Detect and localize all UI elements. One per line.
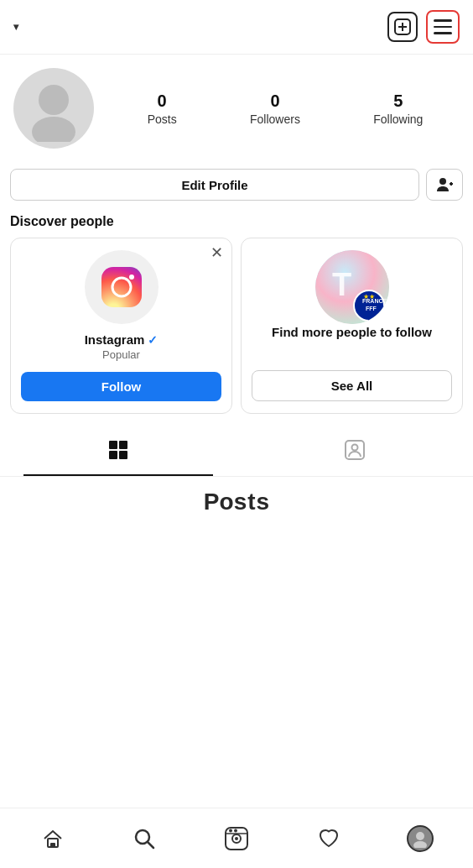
nav-profile-avatar (407, 825, 434, 852)
svg-rect-8 (101, 267, 142, 307)
add-post-button[interactable] (387, 12, 418, 42)
add-person-icon (435, 175, 454, 194)
add-icon (394, 18, 411, 35)
svg-point-34 (413, 841, 427, 848)
collage-background: T FRANCE FFF ★★ (315, 250, 389, 324)
discover-cards: ✕ (10, 238, 463, 414)
following-label: Following (373, 112, 423, 126)
svg-point-22 (352, 445, 358, 451)
instagram-card-name: Instagram ✓ (85, 332, 159, 347)
instagram-card-subtitle: Popular (102, 348, 140, 361)
followers-count: 0 (270, 92, 279, 111)
nav-home[interactable] (32, 818, 74, 860)
stat-followers[interactable]: 0 Followers (250, 92, 300, 126)
discover-card-instagram: ✕ (10, 238, 232, 414)
svg-point-3 (39, 85, 69, 115)
avatar[interactable] (13, 68, 94, 149)
tab-tagged[interactable] (236, 429, 473, 476)
actions-row: Edit Profile (10, 169, 463, 201)
bottom-nav (0, 808, 473, 868)
tab-grid[interactable] (0, 429, 236, 476)
stats-container: 0 Posts 0 Followers 5 Following (111, 92, 460, 126)
tagged-svg-icon (344, 439, 366, 461)
instagram-logo-icon (98, 264, 145, 311)
svg-point-4 (32, 117, 75, 142)
discover-section: Discover people ✕ (0, 207, 473, 414)
discover-card-find-more: T FRANCE FFF ★★ Find more people to foll… (241, 238, 463, 414)
svg-point-33 (416, 832, 424, 840)
profile-section: 0 Posts 0 Followers 5 Following (0, 55, 473, 155)
svg-rect-20 (119, 451, 127, 459)
close-instagram-card-button[interactable]: ✕ (211, 245, 223, 260)
svg-text:★★: ★★ (363, 293, 375, 301)
posts-label: Posts (148, 112, 177, 126)
posts-count: 0 (158, 92, 167, 111)
tagged-icon (344, 439, 366, 466)
svg-rect-17 (109, 441, 117, 449)
svg-point-31 (229, 829, 232, 832)
stat-following[interactable]: 5 Following (373, 92, 423, 126)
nav-profile[interactable] (399, 818, 441, 860)
home-icon (41, 827, 65, 850)
header-left: ▾ (13, 21, 18, 33)
svg-line-26 (148, 842, 153, 848)
partial-section-label: Posts (0, 477, 473, 519)
collage-content: T FRANCE FFF ★★ (315, 250, 389, 324)
svg-rect-19 (109, 451, 117, 459)
svg-text:FFF: FFF (366, 306, 377, 311)
chevron-down-icon: ▾ (13, 21, 18, 33)
edit-profile-button[interactable]: Edit Profile (10, 169, 419, 201)
discover-title: Discover people (10, 214, 463, 229)
find-more-collage: T FRANCE FFF ★★ (315, 250, 389, 324)
username-area[interactable]: ▾ (13, 21, 18, 33)
grid-svg-icon (107, 439, 129, 461)
find-more-text: Find more people to follow (272, 324, 432, 341)
svg-point-32 (234, 829, 237, 832)
see-all-button[interactable]: See All (252, 370, 452, 401)
follow-instagram-button[interactable]: Follow (21, 372, 221, 401)
svg-point-5 (439, 178, 446, 185)
svg-rect-18 (119, 441, 127, 449)
nav-avatar-icon (411, 829, 429, 848)
header: ▾ (0, 0, 473, 55)
bottom-spacer (0, 519, 473, 586)
nav-reels[interactable] (216, 818, 257, 860)
avatar-icon (20, 75, 87, 142)
heart-icon (317, 827, 340, 850)
instagram-logo-circle (85, 250, 159, 324)
stat-posts[interactable]: 0 Posts (148, 92, 177, 126)
tabs-row (0, 429, 473, 477)
svg-point-29 (235, 837, 238, 840)
svg-rect-24 (50, 843, 55, 847)
add-friend-button[interactable] (426, 169, 463, 201)
menu-button[interactable] (426, 10, 460, 44)
reels-icon (224, 826, 249, 851)
nav-search[interactable] (123, 818, 165, 860)
search-icon (133, 827, 156, 850)
profile-top: 0 Posts 0 Followers 5 Following (13, 68, 460, 149)
svg-text:T: T (332, 267, 351, 302)
menu-line-2 (434, 26, 452, 29)
nav-heart[interactable] (308, 818, 350, 860)
svg-point-10 (129, 275, 134, 280)
header-icons (387, 10, 460, 44)
menu-line-3 (434, 32, 452, 34)
followers-label: Followers (250, 112, 300, 126)
menu-line-1 (434, 19, 452, 22)
following-count: 5 (393, 92, 403, 111)
verified-icon: ✓ (148, 333, 158, 347)
grid-icon (107, 439, 129, 466)
